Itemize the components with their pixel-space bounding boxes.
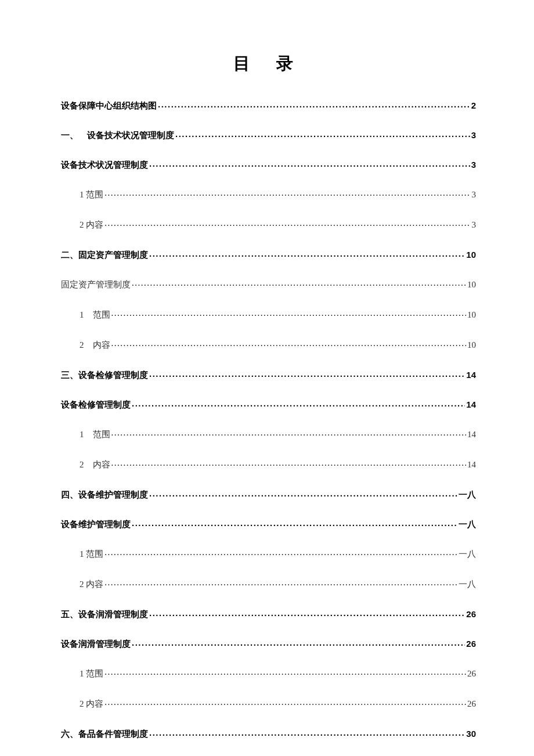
toc-entry-label: 2 内容	[61, 580, 103, 589]
toc-entry-label: 设备技术状况管理制度	[61, 160, 148, 169]
toc-leader-dots	[132, 638, 465, 647]
toc-entry[interactable]: 三、设备检修管理制度14	[61, 369, 476, 379]
toc-entry-label: 三、设备检修管理制度	[61, 370, 148, 379]
toc-entry-label: 六、备品备件管理制度	[61, 729, 148, 738]
toc-entry[interactable]: 设备维护管理制度一八	[61, 519, 476, 528]
toc-entry-label: 四、设备维护管理制度	[61, 490, 148, 499]
toc-leader-dots	[111, 429, 467, 437]
toc-leader-dots	[104, 668, 466, 676]
toc-entry[interactable]: 1 范围26	[61, 668, 476, 678]
toc-entry-page: 26	[466, 639, 476, 648]
toc-entry-page: 10	[467, 341, 476, 350]
toc-entry-page: 3	[471, 160, 476, 169]
toc-entry[interactable]: 2 内容10	[61, 339, 476, 350]
toc-entry[interactable]: 设备润滑管理制度26	[61, 638, 476, 648]
toc-entry-page: 3	[472, 190, 477, 199]
toc-entry-page: 一八	[459, 490, 476, 499]
toc-entry[interactable]: 2 内容3	[61, 219, 476, 229]
toc-entry[interactable]: 六、备品备件管理制度30	[61, 728, 476, 738]
toc-leader-dots	[104, 219, 470, 228]
toc-entry-label: 固定资产管理制度	[61, 280, 131, 289]
toc-entry-label: 1 范围	[61, 190, 103, 199]
toc-entry-label: 五、设备润滑管理制度	[61, 610, 148, 618]
toc-entry-label: 设备检修管理制度	[61, 400, 131, 409]
toc-entry[interactable]: 1 范围3	[61, 189, 476, 199]
toc-entry[interactable]: 五、设备润滑管理制度26	[61, 609, 476, 618]
toc-entry[interactable]: 固定资产管理制度10	[61, 279, 476, 289]
toc-leader-dots	[149, 728, 465, 737]
toc-entry-page: 10	[467, 280, 476, 289]
toc-entry-label: 二、固定资产管理制度	[61, 250, 148, 259]
toc-leader-dots	[158, 100, 470, 109]
toc-leader-dots	[132, 519, 457, 527]
toc-entry-label: 设备保障中心组织结构图	[61, 101, 157, 110]
toc-leader-dots	[132, 399, 465, 408]
toc-entry-page: 一八	[459, 550, 476, 559]
toc-entry[interactable]: 2 内容一八	[61, 578, 476, 589]
toc-entry-page: 10	[467, 311, 476, 319]
toc-entry[interactable]: 2 内容14	[61, 459, 476, 469]
toc-entry-label: 1 范围	[61, 311, 110, 319]
toc-entry-label: 2 内容	[61, 700, 103, 708]
toc-entry[interactable]: 设备技术状况管理制度3	[61, 159, 476, 169]
toc-entry-page: 一八	[459, 520, 476, 528]
toc-entry-page: 3	[472, 221, 477, 229]
toc-entry-page: 14	[466, 400, 476, 409]
toc-entry[interactable]: 2 内容26	[61, 698, 476, 708]
toc-entry-label: 1 范围	[61, 669, 103, 678]
toc-entry-page: 26	[466, 610, 476, 618]
toc-leader-dots	[104, 189, 470, 197]
toc-leader-dots	[111, 339, 467, 348]
toc-leader-dots	[104, 698, 466, 707]
toc-leader-dots	[149, 369, 465, 378]
toc-leader-dots	[149, 159, 470, 168]
toc-entry[interactable]: 四、设备维护管理制度一八	[61, 489, 476, 499]
toc-entry[interactable]: 1 范围14	[61, 429, 476, 439]
toc-entry[interactable]: 1 范围10	[61, 309, 476, 319]
toc-leader-dots	[149, 489, 457, 498]
toc-entry-page: 2	[471, 101, 476, 110]
toc-entry-label: 1 范围	[61, 430, 110, 439]
toc-leader-dots	[111, 309, 467, 318]
toc-entry-label: 2 内容	[61, 460, 110, 469]
toc-entry-page: 30	[466, 729, 476, 738]
toc-leader-dots	[175, 129, 470, 138]
toc-entry[interactable]: 一、 设备技术状况管理制度3	[61, 129, 476, 139]
toc-leader-dots	[132, 279, 466, 287]
toc-entry-label: 设备润滑管理制度	[61, 639, 131, 648]
toc-entry[interactable]: 设备保障中心组织结构图2	[61, 100, 476, 110]
toc-entry-page: 一八	[459, 580, 476, 589]
toc-leader-dots	[149, 609, 465, 617]
toc-entry-label: 一、 设备技术状况管理制度	[61, 131, 174, 139]
toc-entry-label: 2 内容	[61, 221, 103, 229]
table-of-contents: 设备保障中心组织结构图2一、 设备技术状况管理制度3设备技术状况管理制度31 范…	[61, 100, 476, 756]
toc-entry[interactable]: 1 范围一八	[61, 548, 476, 559]
toc-entry[interactable]: 二、固定资产管理制度10	[61, 249, 476, 259]
toc-entry-page: 14	[467, 430, 476, 439]
toc-entry-label: 1 范围	[61, 550, 103, 559]
toc-entry-label: 设备维护管理制度	[61, 520, 131, 528]
toc-leader-dots	[104, 548, 457, 557]
toc-entry-page: 14	[466, 370, 476, 379]
toc-leader-dots	[104, 578, 457, 587]
toc-leader-dots	[149, 249, 465, 258]
page-title: 目 录	[61, 52, 476, 75]
toc-entry-page: 10	[466, 250, 476, 259]
toc-entry-page: 3	[471, 131, 476, 139]
toc-entry[interactable]: 设备检修管理制度14	[61, 399, 476, 409]
toc-entry-page: 14	[467, 460, 476, 469]
toc-entry-page: 26	[467, 700, 476, 708]
toc-leader-dots	[111, 459, 467, 467]
toc-entry-page: 26	[467, 669, 476, 678]
toc-entry-label: 2 内容	[61, 341, 110, 350]
